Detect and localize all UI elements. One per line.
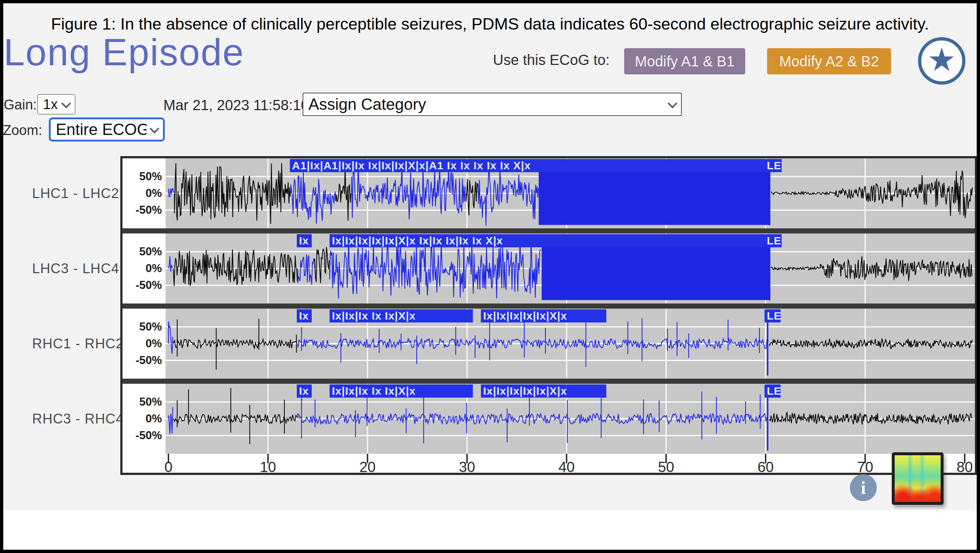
- modify-a2b2-button[interactable]: Modify A2 & B2: [767, 48, 891, 75]
- x-tick-label: 70: [857, 459, 873, 475]
- ecog-panel-1: 50%0%-50%A1|Ix|A1|Ix|Ix Ix|Ix|Ix|X|x|A1 …: [123, 158, 975, 228]
- episode-datetime: Mar 21, 2023 11:58:10: [163, 97, 309, 113]
- y-tick-label: 50%: [139, 395, 162, 408]
- ecog-panel-3: 50%0%-50%IxIx|Ix|Ix Ix Ix|X|xIx|Ix|Ix|Ix…: [123, 309, 975, 379]
- waveform-plot: A1|Ix|A1|Ix|Ix Ix|Ix|Ix|X|x|A1 Ix Ix Ix …: [165, 158, 975, 228]
- long-episode-marker: LE: [765, 309, 781, 322]
- chevron-down-icon: [668, 99, 678, 108]
- y-axis-gutter: 50%0%-50%: [123, 158, 165, 228]
- x-tick-label: 30: [459, 459, 476, 475]
- channel-label-3: RHC1 - RHC2: [32, 336, 116, 352]
- y-tick-label: -50%: [135, 429, 162, 442]
- caption-strip: [3, 510, 977, 550]
- long-episode-marker: LE: [765, 159, 781, 172]
- y-axis-gutter: 50%0%-50%: [123, 384, 165, 454]
- x-tick-label: 10: [260, 459, 276, 475]
- y-tick-label: -50%: [135, 354, 162, 367]
- y-tick-label: -50%: [135, 279, 162, 292]
- long-episode-screen: Long Episode Use this ECoG to: Modify A1…: [0, 0, 980, 553]
- detection-marker-chip: Ix|Ix|Ix|Ix|Ix|X|x Ix|Ix Ix|Ix Ix X|x: [329, 234, 781, 247]
- page-title: Long Episode: [4, 31, 244, 74]
- waveform-plot: IxIx|Ix|Ix|Ix|Ix|X|x Ix|Ix Ix|Ix Ix X|xL…: [165, 233, 975, 303]
- y-tick-label: -50%: [135, 204, 162, 217]
- channel-label-1: LHC1 - LHC2: [32, 186, 116, 201]
- detection-marker-chip: Ix: [297, 384, 312, 398]
- detection-marker-chip: Ix: [297, 309, 312, 322]
- ecog-panel-2: 50%0%-50%IxIx|Ix|Ix|Ix|Ix|X|x Ix|Ix Ix|I…: [123, 233, 975, 303]
- detection-marker-chip: A1|Ix|A1|Ix|Ix Ix|Ix|Ix|X|x|A1 Ix Ix Ix …: [290, 159, 782, 172]
- gain-value: 1x: [43, 97, 57, 112]
- x-tick-label: 50: [658, 459, 675, 475]
- x-tick-label: 80: [957, 459, 973, 475]
- x-tick-label: 60: [757, 459, 774, 475]
- y-tick-label: 0%: [145, 337, 162, 350]
- long-episode-marker: LE: [765, 384, 781, 398]
- favorite-star-button[interactable]: ★: [918, 37, 966, 84]
- zoom-value: Entire ECOG: [56, 120, 146, 139]
- gain-label: Gain:: [4, 97, 37, 113]
- y-tick-label: 0%: [145, 187, 162, 200]
- time-axis: 01020304050607080: [123, 454, 975, 473]
- modify-a1b1-button[interactable]: Modify A1 & B1: [624, 48, 745, 75]
- x-tick-label: 0: [164, 459, 172, 475]
- y-tick-label: 50%: [139, 320, 162, 333]
- detection-marker-chip: Ix|Ix|Ix Ix Ix|X|x: [329, 384, 473, 398]
- info-button[interactable]: i: [850, 474, 877, 501]
- y-tick-label: 0%: [145, 262, 162, 275]
- y-tick-label: 50%: [139, 245, 162, 258]
- zoom-select[interactable]: Entire ECOG: [49, 118, 165, 142]
- ecog-panels: 50%0%-50%A1|Ix|A1|Ix|Ix Ix|Ix|Ix|X|x|A1 …: [123, 158, 975, 454]
- assign-category-value: Assign Category: [309, 95, 426, 113]
- x-tick-label: 20: [360, 459, 376, 475]
- y-axis-gutter: 50%0%-50%: [123, 233, 165, 303]
- figure-caption: Figure 1: In the absence of clinically p…: [14, 14, 966, 33]
- panel-separator: [123, 379, 975, 384]
- detection-marker-chip: Ix|Ix|Ix|Ix|Ix|X|x: [481, 384, 606, 398]
- detection-marker-chip: Ix|Ix|Ix|Ix|Ix|X|x: [481, 309, 606, 322]
- ecog-panel-4: 50%0%-50%IxIx|Ix|Ix Ix Ix|X|xIx|Ix|Ix|Ix…: [123, 384, 975, 454]
- panel-separator: [123, 303, 975, 309]
- ecog-chart: 50%0%-50%A1|Ix|A1|Ix|Ix Ix|Ix|Ix|X|x|A1 …: [120, 156, 977, 475]
- chevron-down-icon: [150, 124, 159, 134]
- star-icon: ★: [928, 44, 956, 76]
- info-icon: i: [861, 478, 866, 497]
- x-tick-label: 40: [558, 459, 575, 475]
- spectrogram-thumbnail[interactable]: [892, 452, 943, 505]
- waveform-plot: IxIx|Ix|Ix Ix Ix|X|xIx|Ix|Ix|Ix|Ix|X|xLE: [165, 384, 975, 454]
- assign-category-select[interactable]: Assign Category: [302, 92, 682, 116]
- channel-label-2: LHC3 - LHC4: [32, 261, 116, 276]
- zoom-label: Zoom:: [3, 123, 42, 138]
- detection-marker-chip: Ix: [297, 234, 312, 247]
- y-tick-label: 0%: [145, 412, 162, 426]
- waveform-plot: IxIx|Ix|Ix Ix Ix|X|xIx|Ix|Ix|Ix|Ix|X|xLE: [165, 309, 975, 379]
- y-axis-gutter: 50%0%-50%: [123, 309, 165, 379]
- channel-label-4: RHC3 - RHC4: [32, 411, 116, 427]
- chevron-down-icon: [61, 99, 71, 108]
- panel-separator: [123, 228, 975, 233]
- gain-select[interactable]: 1x: [37, 94, 75, 115]
- detection-marker-chip: Ix|Ix|Ix Ix Ix|X|x: [329, 309, 473, 322]
- long-episode-marker: LE: [765, 234, 781, 247]
- y-tick-label: 50%: [139, 170, 162, 183]
- use-this-ecog-label: Use this ECoG to:: [493, 52, 609, 68]
